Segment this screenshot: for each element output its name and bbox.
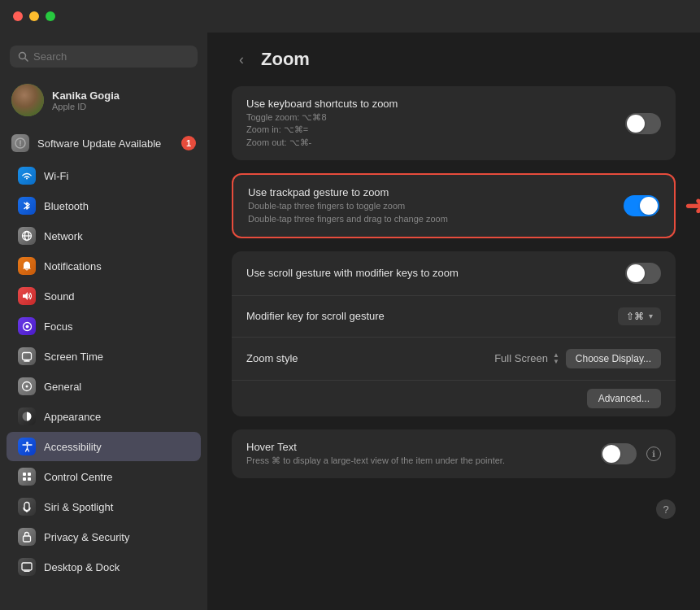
zoom-style-row: Zoom style Full Screen ▲ ▼ Choose Displa…	[232, 338, 676, 381]
sidebar-item-privacy[interactable]: Privacy & Security	[7, 522, 201, 551]
screentime-icon	[18, 347, 36, 365]
svg-point-8	[25, 325, 28, 328]
trackpad-gesture-sub: Double-tap three fingers to toggle zoom …	[248, 200, 624, 225]
title-bar	[0, 0, 700, 33]
network-icon	[18, 227, 36, 245]
sidebar-item-label: Privacy & Security	[44, 531, 129, 543]
sidebar-item-label: Wi-Fi	[44, 170, 68, 182]
sidebar-item-label: Sound	[44, 290, 75, 303]
zoom-style-title: Zoom style	[246, 352, 494, 364]
modifier-key-value: ⇧⌘	[626, 311, 644, 322]
sidebar-item-label: Siri & Spotlight	[44, 501, 113, 513]
hover-text-toggle[interactable]	[601, 443, 637, 464]
tg-sub-1: Double-tap three fingers to toggle zoom	[248, 201, 405, 211]
keyboard-shortcuts-sub: Toggle zoom: ⌥⌘8 Zoom in: ⌥⌘= Zoom out: …	[246, 111, 625, 149]
bluetooth-icon	[18, 197, 36, 215]
sidebar-item-notifications[interactable]: Notifications	[7, 251, 201, 281]
hover-text-card: Hover Text Press ⌘ to display a large-te…	[232, 429, 676, 478]
svg-marker-6	[23, 292, 28, 300]
maximize-button[interactable]	[46, 11, 55, 21]
svg-point-15	[26, 442, 28, 444]
svg-rect-16	[23, 473, 26, 476]
sidebar-item-screentime[interactable]: Screen Time	[7, 342, 201, 371]
sidebar-item-label: General	[44, 381, 81, 393]
search-bar[interactable]	[10, 46, 198, 68]
main-container: Kanika Gogia Apple ID Software Update Av…	[0, 33, 700, 610]
svg-rect-21	[24, 536, 31, 542]
trackpad-gesture-content: Use trackpad gesture to zoom Double-tap …	[248, 186, 624, 225]
sidebar-item-label: Desktop & Dock	[44, 561, 120, 573]
keyboard-shortcuts-content: Use keyboard shortcuts to zoom Toggle zo…	[246, 98, 625, 149]
minimize-button[interactable]	[29, 11, 39, 21]
svg-point-13	[26, 386, 28, 388]
siri-icon	[18, 498, 36, 516]
back-button[interactable]: ‹	[232, 50, 251, 69]
scroll-gesture-content: Use scroll gesture with modifier keys to…	[246, 267, 625, 279]
sidebar-item-accessibility[interactable]: Accessibility	[7, 432, 201, 461]
trackpad-gesture-row: Use trackpad gesture to zoom Double-tap …	[233, 175, 674, 237]
hover-text-content: Hover Text Press ⌘ to display a large-te…	[246, 441, 601, 467]
trackpad-gesture-toggle[interactable]	[624, 195, 659, 216]
focus-icon	[18, 317, 36, 335]
advanced-row: Advanced...	[232, 381, 676, 416]
sidebar-item-appearance[interactable]: Appearance	[7, 402, 201, 431]
zoom-style-stepper[interactable]: ▲ ▼	[553, 352, 559, 365]
help-button[interactable]: ?	[656, 499, 676, 519]
user-profile[interactable]: Kanika Gogia Apple ID	[0, 77, 207, 128]
scroll-gesture-row: Use scroll gesture with modifier keys to…	[232, 251, 676, 296]
zoom-style-controls: Full Screen ▲ ▼ Choose Display...	[494, 349, 661, 368]
sidebar-item-focus[interactable]: Focus	[7, 312, 201, 341]
keyboard-shortcuts-card: Use keyboard shortcuts to zoom Toggle zo…	[232, 86, 676, 160]
close-button[interactable]	[13, 11, 23, 21]
accessibility-icon	[18, 438, 36, 455]
modifier-key-controls: ⇧⌘ ▾	[618, 307, 661, 325]
sidebar-item-siri[interactable]: Siri & Spotlight	[7, 492, 201, 521]
sidebar-item-controlcentre[interactable]: Control Centre	[7, 462, 201, 491]
zoom-style-content: Zoom style	[246, 352, 494, 364]
sidebar-item-wifi[interactable]: Wi-Fi	[7, 161, 201, 190]
sidebar-item-label: Notifications	[44, 260, 102, 272]
trackpad-gesture-title: Use trackpad gesture to zoom	[248, 186, 624, 198]
kb-sub-2: Zoom in: ⌥⌘=	[246, 124, 308, 134]
sidebar-item-network[interactable]: Network	[7, 221, 201, 251]
sidebar-item-desktop[interactable]: Desktop & Dock	[7, 552, 201, 582]
zoom-style-value: Full Screen	[494, 352, 548, 364]
update-badge: 1	[181, 136, 196, 150]
sidebar-item-bluetooth[interactable]: Bluetooth	[7, 191, 201, 220]
user-name: Kanika Gogia	[52, 89, 120, 102]
hover-text-info-icon[interactable]: ℹ	[646, 447, 661, 461]
svg-rect-18	[23, 477, 26, 481]
modifier-key-row: Modifier key for scroll gesture ⇧⌘ ▾	[232, 296, 676, 338]
controlcentre-icon	[18, 468, 36, 486]
zoom-style-selector: Full Screen ▲ ▼	[494, 352, 559, 365]
sidebar-item-label: Focus	[44, 320, 72, 333]
keyboard-shortcuts-title: Use keyboard shortcuts to zoom	[246, 98, 625, 110]
advanced-button[interactable]: Advanced...	[587, 389, 661, 408]
modifier-key-dropdown[interactable]: ⇧⌘ ▾	[618, 307, 661, 325]
hover-text-sub: Press ⌘ to display a large-text view of …	[246, 455, 601, 467]
sidebar-item-sound[interactable]: Sound	[7, 281, 201, 311]
hover-text-title: Hover Text	[246, 441, 601, 453]
choose-display-button[interactable]: Choose Display...	[566, 349, 661, 368]
sidebar: Kanika Gogia Apple ID Software Update Av…	[0, 33, 207, 610]
privacy-icon	[18, 528, 36, 546]
stepper-down-icon: ▼	[553, 359, 559, 365]
keyboard-shortcuts-toggle[interactable]	[625, 113, 661, 134]
sidebar-item-general[interactable]: General	[7, 372, 201, 401]
hover-text-right: ℹ	[601, 443, 661, 464]
scroll-gesture-toggle[interactable]	[625, 263, 661, 284]
wifi-icon	[18, 167, 36, 185]
scroll-gesture-title: Use scroll gesture with modifier keys to…	[246, 267, 625, 279]
svg-rect-17	[28, 473, 31, 476]
update-icon	[11, 134, 29, 152]
dropdown-arrow-icon: ▾	[649, 312, 653, 320]
notifications-icon	[18, 257, 36, 275]
update-label: Software Update Available	[37, 137, 173, 150]
sidebar-section: Wi-Fi Bluetooth Networ	[0, 159, 207, 584]
software-update[interactable]: Software Update Available 1	[0, 128, 207, 159]
kb-sub-1: Toggle zoom: ⌥⌘8	[246, 112, 327, 122]
search-input[interactable]	[33, 50, 189, 63]
sidebar-item-label: Control Centre	[44, 471, 113, 483]
general-icon	[18, 377, 36, 395]
svg-rect-22	[22, 563, 32, 570]
